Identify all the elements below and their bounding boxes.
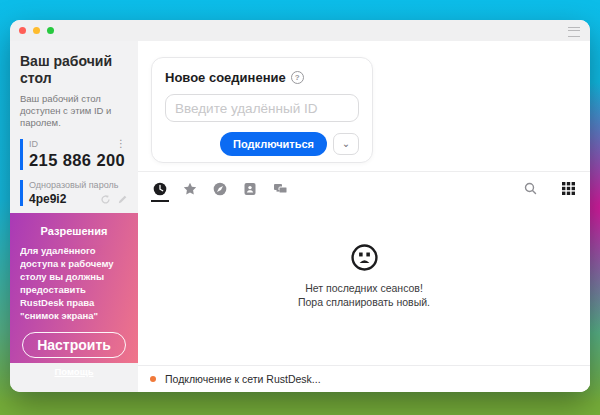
sidebar: Ваш рабочий стол Ваш рабочий стол доступ…	[10, 41, 138, 392]
id-field: ID ⋮ 215 886 200	[20, 139, 130, 170]
traffic-lights	[19, 27, 54, 34]
search-icon	[524, 182, 537, 195]
compass-icon	[213, 182, 227, 196]
grid-view-icon	[562, 182, 575, 195]
help-icon[interactable]: ?	[291, 71, 304, 84]
search-button[interactable]	[521, 179, 539, 199]
id-value[interactable]: 215 886 200	[29, 151, 130, 170]
configure-button[interactable]: Настроить	[22, 332, 126, 358]
hamburger-icon[interactable]	[568, 27, 580, 37]
tab-address-book[interactable]	[241, 176, 259, 202]
minimize-button[interactable]	[33, 27, 40, 34]
refresh-icon[interactable]	[100, 194, 111, 205]
empty-state-line1: Нет последних сеансов!	[138, 281, 590, 295]
edit-icon[interactable]	[117, 194, 128, 205]
kebab-icon[interactable]: ⋮	[116, 140, 126, 148]
status-bar: Подключение к сети RustDesk...	[138, 365, 590, 392]
chevron-down-icon[interactable]: ⌄	[333, 133, 359, 155]
window-titlebar[interactable]	[10, 20, 590, 41]
status-dot	[150, 376, 156, 382]
sidebar-title: Ваш рабочий стол	[20, 53, 130, 87]
empty-state: Нет последних сеансов! Пора спланировать…	[138, 244, 590, 309]
rustdesk-window: Ваш рабочий стол Ваш рабочий стол доступ…	[10, 20, 590, 392]
permissions-title: Разрешения	[20, 225, 128, 237]
tab-bar	[138, 172, 590, 205]
tab-discovered[interactable]	[211, 176, 229, 202]
new-connection-card: Новое соединение ? Подключиться ⌄	[151, 57, 373, 163]
new-connection-title: Новое соединение	[165, 70, 286, 85]
grid-view-button[interactable]	[559, 179, 577, 199]
address-book-icon	[243, 182, 257, 196]
clock-icon	[153, 182, 167, 196]
sidebar-description: Ваш рабочий стол доступен с этим ID и па…	[20, 93, 124, 129]
tab-recent-sessions[interactable]	[151, 176, 169, 202]
status-text: Подключение к сети RustDesk...	[165, 373, 321, 385]
close-button[interactable]	[19, 27, 26, 34]
password-value[interactable]: 4pe9i2	[29, 192, 66, 206]
connect-button[interactable]: Подключиться	[220, 132, 327, 156]
id-label: ID	[29, 139, 38, 149]
permissions-panel: Разрешения Для удалённого доступа к рабо…	[10, 213, 138, 363]
tab-lan-devices[interactable]	[271, 176, 289, 202]
help-link[interactable]: Помощь	[20, 366, 128, 377]
password-label: Одноразовый пароль	[29, 180, 118, 190]
remote-id-input[interactable]	[165, 94, 359, 122]
star-icon	[183, 182, 197, 196]
sad-face-icon	[351, 244, 378, 271]
tab-favorites[interactable]	[181, 176, 199, 202]
permissions-body: Для удалённого доступа к рабочему столу …	[20, 244, 128, 322]
empty-state-line2: Пора спланировать новый.	[138, 295, 590, 309]
password-field: Одноразовый пароль 4pe9i2	[20, 180, 130, 206]
zoom-button[interactable]	[47, 27, 54, 34]
devices-icon	[273, 182, 288, 196]
main-panel: Новое соединение ? Подключиться ⌄	[138, 41, 590, 392]
